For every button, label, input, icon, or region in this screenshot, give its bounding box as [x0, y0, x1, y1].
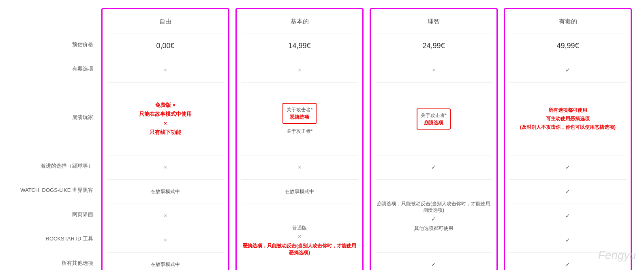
label-rogue: 崩溃玩家 — [12, 81, 101, 154]
basic-webui-line3: 恶搞选项，只能被动反击(当别人攻击你时，才能使用恶搞选项) — [241, 242, 358, 256]
plan-free-aggressive: × — [107, 155, 224, 179]
plan-rational-name: 理智 — [375, 15, 492, 28]
rational-rogue-h2: 崩溃选项 — [421, 119, 447, 126]
plan-basic-toxic: × — [241, 58, 358, 82]
plan-toxic-rockstarid: ✓ — [509, 228, 627, 252]
plan-toxic-toxic: ✓ — [509, 58, 627, 82]
plan-basic-rogue: 关于攻击者* 恶搞选项 关于攻击者* — [241, 82, 358, 155]
check-icon-17: ✓ — [565, 236, 570, 244]
plan-toxic-rogue: 所有选项都可使用 可主动使用恶搞选项 (及时别人不攻击你，你也可以使用恶搞选项) — [509, 82, 627, 155]
basic-rogue-highlight: 关于攻击者* 恶搞选项 — [282, 103, 317, 124]
toxic-rogue-line3: (及时别人不攻击你，你也可以使用恶搞选项) — [520, 124, 616, 131]
rational-rogue-h1: 关于攻击者* — [421, 112, 447, 119]
check-icon-7: ✓ — [431, 215, 436, 223]
cross-icon-3: × — [164, 212, 167, 220]
label-allother: 所有其他选项 — [12, 251, 101, 270]
label-column: 预估价格 有毒选项 崩溃玩家 激进的选择（踢球等） WATCH_DOGS-LIK… — [12, 8, 101, 270]
check-icon-18: ✓ — [565, 261, 570, 269]
check-icon-14: ✓ — [565, 164, 570, 172]
plan-free-rockstarid: × — [107, 228, 224, 252]
rational-watchdogs-text2: 其他选项都可使用 — [414, 225, 453, 232]
plan-rational-price: 24,99€ — [375, 34, 492, 58]
plan-rational-toxic: × — [375, 58, 492, 82]
plan-basic: 基本的 14,99€ × 关于攻击者* 恶搞选项 关于攻击者* × — [235, 8, 364, 270]
label-price: 预估价格 — [12, 32, 101, 57]
check-icon-6: ✓ — [431, 164, 436, 172]
plan-rational-watchdogs: 崩溃选项，只能被动反击(当别人攻击你时，才能使用崩溃选项) ✓ 其他选项都可使用 — [375, 179, 492, 252]
basic-rogue-below: 关于攻击者* — [287, 128, 313, 135]
label-aggressive: 激进的选择（踢球等） — [12, 154, 101, 178]
cross-icon-8: × — [432, 66, 435, 74]
plan-free-allother: 在故事模式中 — [107, 252, 224, 270]
toxic-rogue-line2: 可主动使用恶搞选项 — [546, 115, 590, 122]
toxic-rogue-line1: 所有选项都可使用 — [548, 107, 587, 114]
rational-watchdogs-text: 崩溃选项，只能被动反击(当别人攻击你时，才能使用崩溃选项) — [375, 200, 492, 214]
check-icon-13: ✓ — [565, 66, 570, 74]
plans-area: 自由 0,00€ × 免费版 × 只能在故事模式中使用 × 只有线下功能 × — [101, 8, 632, 270]
free-rogue-line1: 免费版 × — [155, 102, 175, 109]
free-rogue-line3: × — [164, 120, 167, 127]
free-rogue-line2: 只能在故事模式中使用 — [139, 111, 192, 118]
plan-rational-webui: ✓ — [375, 252, 492, 270]
plan-toxic-allother: ✓ — [509, 252, 627, 270]
basic-rogue-h1: 关于攻击者* — [287, 106, 313, 113]
cross-icon: × — [164, 66, 167, 74]
label-rockstarid: ROCKSTAR ID 工具 — [12, 227, 101, 251]
plan-basic-name: 基本的 — [241, 15, 358, 28]
plan-toxic-rogue-content: 所有选项都可使用 可主动使用恶搞选项 (及时别人不攻击你，你也可以使用恶搞选项) — [520, 107, 616, 130]
plan-basic-aggressive: × — [241, 155, 358, 179]
plan-rational-rogue-content: 关于攻击者* 崩溃选项 — [417, 108, 451, 130]
basic-webui-content: 普通版 × 恶搞选项，只能被动反击(当别人攻击你时，才能使用恶搞选项) — [241, 225, 358, 256]
plan-basic-price: 14,99€ — [241, 34, 358, 58]
plan-free-watchdogs: 在故事模式中 — [107, 179, 224, 204]
check-icon-15: ✓ — [565, 188, 570, 196]
plan-toxic-webui: ✓ — [509, 204, 627, 228]
check-icon-16: ✓ — [565, 212, 570, 220]
plan-free: 自由 0,00€ × 免费版 × 只能在故事模式中使用 × 只有线下功能 × — [101, 8, 229, 270]
plan-toxic-watchdogs: ✓ — [509, 179, 627, 204]
plan-free-price: 0,00€ — [107, 34, 224, 58]
plan-toxic-aggressive: ✓ — [509, 155, 627, 179]
cross-icon-5: × — [298, 66, 301, 74]
plan-free-toxic: × — [107, 58, 224, 82]
plan-free-rogue: 免费版 × 只能在故事模式中使用 × 只有线下功能 — [107, 82, 224, 155]
plan-basic-rogue-content: 关于攻击者* 恶搞选项 关于攻击者* — [282, 103, 317, 135]
basic-webui-line1: 普通版 — [292, 225, 307, 232]
label-webui: 网页界面 — [12, 202, 101, 227]
plan-toxic-name: 有毒的 — [509, 15, 627, 28]
cross-icon-7: × — [298, 233, 301, 241]
plan-free-webui: × — [107, 204, 224, 228]
plan-toxic-price: 49,99€ — [509, 34, 627, 58]
plan-rational-rogue: 关于攻击者* 崩溃选项 — [375, 82, 492, 155]
cross-icon-2: × — [164, 164, 167, 172]
plan-basic-watchdogs: 在故事模式中 — [241, 179, 358, 204]
free-watchdogs-text: 在故事模式中 — [151, 188, 180, 195]
cross-icon-4: × — [164, 236, 167, 244]
basic-watchdogs-text: 在故事模式中 — [285, 188, 314, 195]
plan-rational: 理智 24,99€ × 关于攻击者* 崩溃选项 ✓ — [370, 8, 498, 270]
plan-rational-aggressive: ✓ — [375, 155, 492, 179]
rational-rogue-highlight: 关于攻击者* 崩溃选项 — [417, 108, 451, 130]
basic-rogue-h2: 恶搞选项 — [287, 113, 313, 121]
free-allother-text: 在故事模式中 — [151, 261, 180, 268]
rational-watchdogs-content: 崩溃选项，只能被动反击(当别人攻击你时，才能使用崩溃选项) ✓ 其他选项都可使用 — [375, 200, 492, 232]
plan-free-name: 自由 — [107, 15, 224, 28]
plan-free-rogue-content: 免费版 × 只能在故事模式中使用 × 只有线下功能 — [139, 102, 192, 136]
label-watchdogs: WATCH_DOGS-LIKE 世界黑客 — [12, 178, 101, 202]
plan-toxic: 有毒的 49,99€ ✓ 所有选项都可使用 可主动使用恶搞选项 (及时别人不攻击… — [504, 8, 632, 270]
free-rogue-line4: 只有线下功能 — [150, 129, 181, 136]
cross-icon-6: × — [298, 164, 301, 172]
plan-basic-webui: 普通版 × 恶搞选项，只能被动反击(当别人攻击你时，才能使用恶搞选项) — [241, 204, 358, 270]
check-icon-8: ✓ — [431, 261, 436, 269]
label-toxic: 有毒选项 — [12, 57, 101, 81]
